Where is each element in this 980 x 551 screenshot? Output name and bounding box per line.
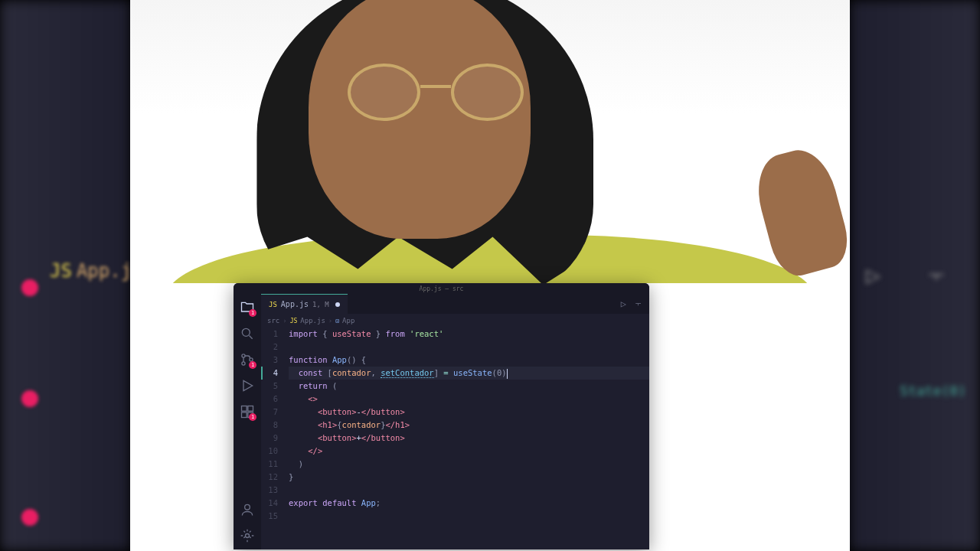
- scm-badge: 1: [249, 361, 256, 369]
- svg-rect-4: [242, 406, 247, 412]
- chevron-right-icon: ›: [283, 317, 286, 324]
- run-debug-icon[interactable]: [240, 378, 255, 393]
- extensions-icon[interactable]: 1: [240, 404, 255, 419]
- svg-point-8: [245, 504, 250, 510]
- bg-code-hint-right: State(0): [900, 383, 966, 399]
- tab-bar: JS App.js 1, M ▷ ⫟: [261, 294, 649, 314]
- code-editor[interactable]: 1 2 3 4 5 6 7 8 9 10 11 12 13 14 15: [261, 328, 649, 549]
- editor-main: JS App.js 1, M ▷ ⫟ src › JS App.js › ⊡ A…: [261, 294, 649, 549]
- tab-app-js[interactable]: JS App.js 1, M: [261, 294, 348, 314]
- account-icon[interactable]: [240, 502, 255, 517]
- svg-rect-6: [242, 412, 247, 418]
- run-file-icon[interactable]: ▷: [621, 298, 626, 309]
- symbol-function-icon: ⊡: [335, 318, 339, 324]
- bg-badge-icon: [21, 509, 38, 526]
- tab-filename: App.js: [281, 300, 309, 308]
- breadcrumb-file: App.js: [300, 317, 325, 324]
- svg-point-1: [242, 354, 245, 357]
- breadcrumb[interactable]: src › JS App.js › ⊡ App: [261, 314, 649, 328]
- chevron-right-icon: ›: [328, 317, 332, 324]
- line-number-gutter: 1 2 3 4 5 6 7 8 9 10 11 12 13 14 15: [261, 328, 286, 549]
- svg-point-9: [246, 534, 250, 538]
- extensions-badge: 1: [249, 413, 256, 421]
- js-file-icon: JS: [290, 318, 298, 324]
- settings-gear-icon[interactable]: [240, 528, 255, 543]
- window-titlebar: App.js — src: [234, 283, 649, 294]
- bg-play-icon: ▷ ⫟: [866, 260, 949, 289]
- vscode-window: App.js — src 1 1 1: [234, 283, 649, 549]
- tab-git-status: 1, M: [312, 301, 329, 308]
- text-cursor: [507, 369, 508, 379]
- breadcrumb-folder: src: [267, 317, 279, 324]
- search-icon[interactable]: [240, 326, 255, 341]
- split-editor-icon[interactable]: ⫟: [634, 298, 643, 309]
- bg-badge-icon: [21, 279, 38, 296]
- explorer-badge: 1: [249, 309, 256, 317]
- js-file-icon: JS: [269, 301, 277, 308]
- activity-bar: 1 1 1: [234, 294, 261, 549]
- bg-tab-hint-left: JS App.j: [50, 260, 132, 282]
- explorer-icon[interactable]: 1: [240, 300, 255, 315]
- svg-point-2: [242, 362, 245, 365]
- source-control-icon[interactable]: 1: [240, 352, 255, 367]
- breadcrumb-symbol: App: [342, 317, 354, 324]
- bg-badge-icon: [21, 390, 38, 407]
- diagnostic-unused-var: setContador: [381, 368, 434, 378]
- code-content[interactable]: import { useState } from 'react' functio…: [286, 328, 649, 549]
- svg-rect-5: [248, 406, 253, 412]
- svg-point-0: [242, 328, 250, 336]
- unsaved-dot-icon: [335, 302, 340, 307]
- presenter-video: [130, 0, 850, 283]
